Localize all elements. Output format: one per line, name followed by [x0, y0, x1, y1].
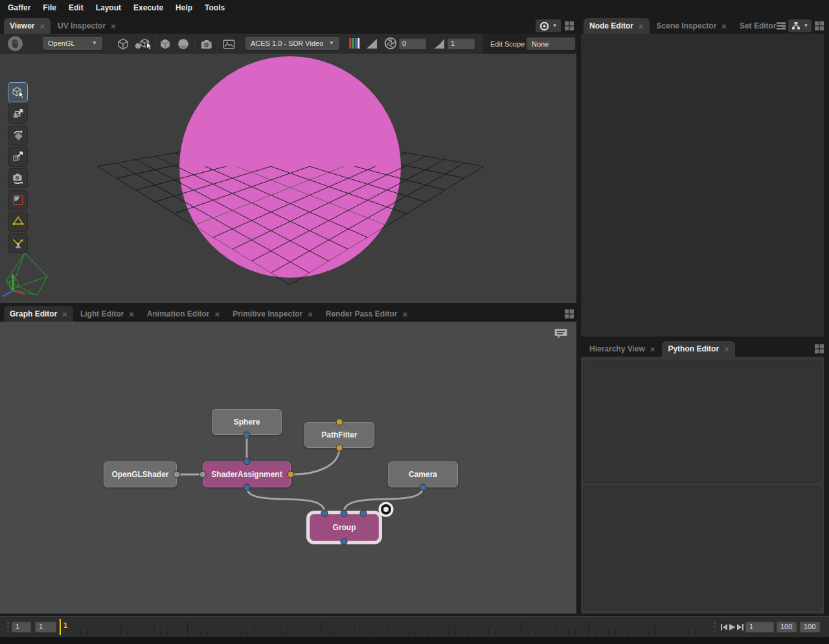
drag-objects-button[interactable] [133, 36, 153, 52]
sphere-object[interactable] [179, 56, 401, 278]
display-transform-value: ACES 1.0 - SDR Video [251, 39, 323, 47]
aperture-button[interactable] [383, 36, 398, 50]
drag-handle[interactable] [7, 622, 9, 632]
python-input-area[interactable] [583, 486, 822, 611]
python-output-area[interactable] [583, 360, 822, 483]
edit-scope-dropdown[interactable]: None [527, 38, 575, 50]
image-view-button[interactable] [221, 36, 236, 52]
graph-tab-primitive-inspector[interactable]: Primitive Inspector× [227, 306, 319, 322]
viewer-tab-uv-inspector[interactable]: UV Inspector× [52, 18, 122, 34]
tool-crop-window-button[interactable] [8, 190, 28, 210]
close-tab-icon[interactable]: × [639, 22, 644, 30]
playhead[interactable] [60, 619, 61, 635]
menu-gaffer[interactable]: Gaffer [8, 3, 30, 12]
graph-tab-graph-editor[interactable]: Graph Editor× [4, 306, 73, 322]
python-editor-panel: Hierarchy View×Python Editor× [581, 341, 824, 614]
node-label: OpenGLShader [111, 470, 168, 479]
layout-grid-icon[interactable] [564, 21, 574, 31]
node-label: Sphere [234, 417, 260, 427]
close-tab-icon[interactable]: × [650, 345, 655, 353]
drag-handle[interactable] [714, 622, 716, 632]
close-tab-icon[interactable]: × [308, 310, 313, 318]
exposure-button[interactable] [365, 36, 379, 50]
tool-light-position-button[interactable] [8, 212, 28, 232]
camera-settings-button[interactable] [198, 36, 214, 52]
close-tab-icon[interactable]: × [129, 310, 134, 318]
node-editor-panel: Node Editor×Scene Inspector×Set Editor× … [581, 15, 824, 337]
frame-end-field[interactable]: 100 [800, 621, 820, 632]
exposure-field[interactable]: 0 [399, 38, 426, 49]
graph-tab-light-editor[interactable]: Light Editor× [74, 306, 140, 322]
gaffer-window: GafferFileEditLayoutExecuteHelpTools Vie… [0, 0, 829, 644]
gain-triangle-icon [365, 36, 379, 50]
close-tab-icon[interactable]: × [724, 345, 729, 353]
node-openglshader[interactable]: OpenGLShader [104, 461, 177, 487]
node-shaderassignment[interactable]: ShaderAssignment [203, 461, 291, 487]
close-tab-icon[interactable]: × [40, 22, 45, 30]
target-icon [539, 21, 549, 31]
renderer-value: OpenGL [48, 39, 75, 47]
tool-select-button[interactable] [8, 82, 28, 102]
menu-execute[interactable]: Execute [133, 3, 163, 12]
bottom-right-tab-python-editor[interactable]: Python Editor× [662, 341, 734, 357]
graph-tab-render-pass-editor[interactable]: Render Pass Editor× [320, 306, 413, 322]
tool-camera-button[interactable] [8, 168, 28, 188]
menu-edit[interactable]: Edit [69, 3, 84, 12]
annotation-button[interactable] [554, 327, 568, 341]
sphere-display-button[interactable] [176, 36, 191, 52]
chevron-down-icon: ▼ [804, 23, 809, 28]
layout-grid-icon[interactable] [814, 21, 824, 31]
graph-tab-animation-editor[interactable]: Animation Editor× [141, 306, 225, 322]
rgb-channels-icon [347, 36, 361, 50]
bottom-right-tab-hierarchy-view[interactable]: Hierarchy View× [584, 341, 661, 357]
gamma-field[interactable]: 1 [448, 38, 475, 49]
frame-start-field[interactable]: 1 [12, 621, 31, 632]
node-editor-tabstrip: Node Editor×Scene Inspector×Set Editor× [584, 18, 792, 34]
close-tab-icon[interactable]: × [721, 22, 727, 30]
layout-grid-icon[interactable] [814, 344, 824, 354]
edge-shaderassignment-to-group[interactable] [247, 487, 324, 512]
node-selector-button[interactable]: ▼ [788, 19, 812, 32]
skip-to-end-button[interactable] [736, 623, 744, 631]
close-tab-icon[interactable]: × [402, 310, 407, 318]
close-tab-icon[interactable]: × [215, 310, 220, 318]
pan-hand-button[interactable] [7, 36, 23, 52]
node-camera[interactable]: Camera [388, 461, 458, 487]
range-end-field[interactable]: 100 [777, 621, 797, 632]
layout-grid-icon[interactable] [564, 309, 574, 319]
node-group[interactable]: Group [310, 514, 379, 541]
toolbar-divider [194, 36, 195, 51]
tab-label: Set Editor [740, 21, 777, 30]
edge-pathfilter-to-shaderassignment[interactable] [293, 448, 339, 474]
viewer-tab-viewer[interactable]: Viewer× [4, 18, 51, 34]
renderer-dropdown[interactable]: OpenGL ▼ [43, 37, 102, 50]
menu-help[interactable]: Help [176, 3, 192, 12]
translate-tool-icon [11, 107, 25, 121]
menu-layout[interactable]: Layout [96, 3, 121, 12]
edge-camera-to-group[interactable] [344, 487, 423, 512]
channels-button[interactable] [347, 36, 361, 50]
tool-rotate-button[interactable] [8, 126, 28, 146]
close-tab-icon[interactable]: × [111, 22, 116, 30]
node-pathfilter[interactable]: PathFilter [304, 422, 374, 448]
close-tab-icon[interactable]: × [62, 310, 67, 318]
wireframe-shading-button[interactable] [115, 36, 131, 52]
bottom-right-tabstrip: Hierarchy View×Python Editor× [584, 341, 735, 357]
current-frame-field[interactable]: 1 [35, 621, 56, 632]
node-editor-tab-node-editor[interactable]: Node Editor× [584, 18, 650, 34]
solid-shading-button[interactable] [157, 36, 173, 52]
menu-tools[interactable]: Tools [205, 3, 225, 12]
menu-hamburger-icon[interactable] [775, 21, 786, 30]
tool-translate-button[interactable] [8, 104, 28, 124]
menu-file[interactable]: File [43, 3, 56, 12]
node-sphere[interactable]: Sphere [212, 409, 282, 435]
node-graph-canvas[interactable]: OpenGLShaderSpherePathFilterShaderAssign… [0, 322, 576, 614]
playback-frame-field[interactable]: 1 [745, 621, 774, 632]
node-editor-tab-scene-inspector[interactable]: Scene Inspector× [651, 18, 732, 34]
focus-menu-button[interactable]: ▼ [536, 19, 561, 32]
display-transform-dropdown[interactable]: ACES 1.0 - SDR Video ▼ [245, 37, 339, 50]
tool-scale-button[interactable] [8, 147, 28, 167]
viewport[interactable] [0, 54, 576, 303]
tool-light-aim-button[interactable] [8, 233, 28, 253]
gamma-button[interactable] [432, 36, 446, 50]
